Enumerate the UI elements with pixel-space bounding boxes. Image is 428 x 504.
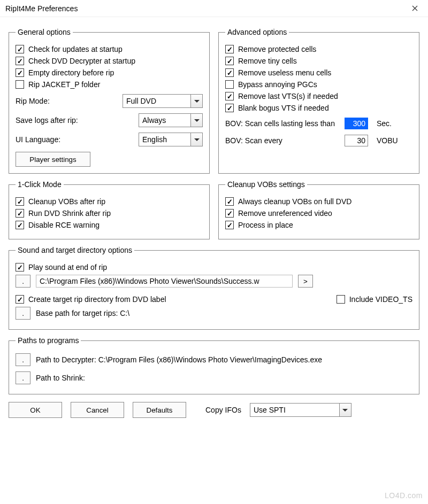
base-path-label: Base path for target rips: C:\	[36, 309, 129, 317]
oneclick-legend: 1-Click Mode	[16, 180, 64, 189]
ui-lang-value: English	[139, 135, 190, 144]
pick-decrypter-button[interactable]: .	[16, 353, 30, 366]
disable-rce-label[interactable]: Disable RCE warning	[28, 221, 100, 229]
play-sound-label[interactable]: Play sound at end of rip	[28, 263, 107, 272]
window-title: RipIt4Me Preferences	[5, 4, 78, 13]
check-updates-checkbox[interactable]	[16, 45, 24, 53]
remove-unref-label[interactable]: Remove unreferenced video	[238, 209, 332, 218]
copy-ifos-label: Copy IFOs	[205, 406, 241, 414]
remove-tiny-label[interactable]: Remove tiny cells	[238, 57, 297, 65]
blank-bogus-label[interactable]: Blank bogus VTS if needed	[238, 104, 329, 112]
pick-base-path-button[interactable]: .	[16, 307, 30, 320]
general-legend: General options	[16, 28, 73, 36]
remove-useless-label[interactable]: Remove useless menu cells	[238, 68, 331, 77]
bypass-label[interactable]: Bypass annoying PGCs	[238, 80, 317, 89]
copy-ifos-select[interactable]: Use SPTI	[250, 403, 351, 417]
create-target-label[interactable]: Create target rip directory from DVD lab…	[28, 295, 289, 304]
check-decrypter-checkbox[interactable]	[16, 57, 24, 65]
sound-legend: Sound and target directory options	[16, 246, 134, 254]
advanced-group: Advanced options Remove protected cells …	[218, 28, 419, 174]
ui-lang-select[interactable]: English	[139, 133, 203, 146]
cleanup-vobs-label[interactable]: Cleanup VOBs after rip	[28, 197, 105, 206]
ui-lang-label: UI Language:	[16, 135, 60, 144]
bov-every-label: BOV: Scan every	[225, 136, 340, 145]
bypass-checkbox[interactable]	[225, 80, 234, 89]
create-target-checkbox[interactable]	[16, 295, 24, 304]
rip-mode-label: Rip Mode:	[16, 97, 50, 105]
run-shrink-checkbox[interactable]	[16, 209, 24, 218]
dropdown-icon	[339, 404, 351, 416]
copy-ifos-value: Use SPTI	[250, 406, 339, 414]
disable-rce-checkbox[interactable]	[16, 221, 24, 229]
remove-unref-checkbox[interactable]	[225, 209, 234, 218]
dialog-content: General options Check for updates at sta…	[0, 17, 428, 428]
empty-dir-label[interactable]: Empty directory before rip	[28, 68, 114, 77]
rip-jacket-label[interactable]: Rip JACKET_P folder	[28, 80, 100, 89]
dropdown-icon	[190, 133, 202, 146]
shrink-path-label: Path to Shrink:	[36, 374, 85, 382]
pick-sound-button[interactable]: .	[16, 275, 30, 288]
bov-scan-unit: Sec.	[377, 119, 401, 128]
play-sound-checkbox[interactable]	[16, 263, 24, 272]
include-video-ts-checkbox[interactable]	[337, 295, 345, 304]
save-logs-value: Always	[139, 116, 190, 125]
paths-group: Paths to programs . Path to Decrypter: C…	[9, 336, 419, 394]
dropdown-icon	[190, 95, 202, 107]
button-bar: OK Cancel Defaults Copy IFOs Use SPTI	[9, 402, 419, 418]
bov-every-input[interactable]	[345, 135, 368, 146]
close-button[interactable]	[402, 1, 427, 17]
blank-bogus-checkbox[interactable]	[225, 104, 234, 112]
remove-last-vts-label[interactable]: Remove last VTS(s) if needed	[238, 92, 338, 100]
run-shrink-label[interactable]: Run DVD Shrink after rip	[28, 209, 111, 218]
check-updates-label[interactable]: Check for updates at startup	[28, 45, 123, 53]
pick-shrink-button[interactable]: .	[16, 371, 30, 384]
always-cleanup-label[interactable]: Always cleanup VOBs on full DVD	[238, 197, 351, 206]
player-settings-button[interactable]: Player settings	[16, 152, 90, 167]
decrypter-path-label: Path to Decrypter: C:\Program Files (x86…	[36, 355, 322, 364]
cleanup-legend: Cleanup VOBs settings	[225, 180, 307, 189]
save-logs-select[interactable]: Always	[139, 113, 203, 127]
titlebar: RipIt4Me Preferences	[0, 0, 428, 17]
remove-last-vts-checkbox[interactable]	[225, 92, 234, 100]
process-in-place-checkbox[interactable]	[225, 221, 234, 229]
bov-every-unit: VOBU	[377, 136, 401, 145]
ok-button[interactable]: OK	[9, 402, 62, 418]
remove-tiny-checkbox[interactable]	[225, 57, 234, 65]
defaults-button[interactable]: Defaults	[133, 402, 186, 418]
general-group: General options Check for updates at sta…	[9, 28, 210, 174]
save-logs-label: Save logs after rip:	[16, 116, 78, 125]
remove-protected-label[interactable]: Remove protected cells	[238, 45, 316, 53]
play-sound-button[interactable]: >	[298, 275, 313, 288]
rip-mode-select[interactable]: Full DVD	[123, 94, 203, 108]
remove-protected-checkbox[interactable]	[225, 45, 234, 53]
sound-path: C:\Program Files (x86)\Windows Photo Vie…	[36, 275, 293, 288]
dropdown-icon	[190, 114, 202, 127]
cancel-button[interactable]: Cancel	[71, 402, 124, 418]
rip-jacket-checkbox[interactable]	[16, 80, 24, 89]
advanced-legend: Advanced options	[225, 28, 289, 36]
cleanup-group: Cleanup VOBs settings Always cleanup VOB…	[218, 180, 419, 239]
close-icon	[412, 5, 418, 11]
process-in-place-label[interactable]: Process in place	[238, 221, 293, 229]
empty-dir-checkbox[interactable]	[16, 68, 24, 77]
bov-scan-label: BOV: Scan cells lasting less than	[225, 119, 340, 128]
remove-useless-checkbox[interactable]	[225, 68, 234, 77]
rip-mode-value: Full DVD	[123, 97, 190, 105]
paths-legend: Paths to programs	[16, 336, 81, 345]
cleanup-vobs-checkbox[interactable]	[16, 197, 24, 206]
bov-scan-input[interactable]	[345, 118, 368, 129]
oneclick-group: 1-Click Mode Cleanup VOBs after rip Run …	[9, 180, 210, 239]
always-cleanup-checkbox[interactable]	[225, 197, 234, 206]
sound-group: Sound and target directory options Play …	[9, 246, 419, 330]
include-video-ts-label[interactable]: Include VIDEO_TS	[349, 295, 412, 304]
check-decrypter-label[interactable]: Check DVD Decrypter at startup	[28, 57, 135, 65]
